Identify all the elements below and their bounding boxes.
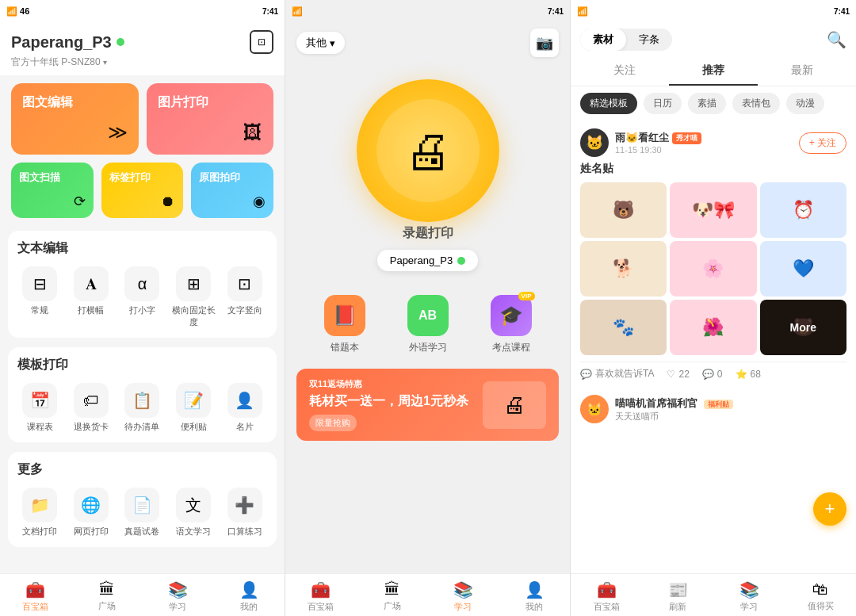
chip-template[interactable]: 精选模板 [580,93,637,114]
business-card-icon: 👤 [227,383,262,418]
camera-scan-button[interactable]: 📷 [530,29,559,57]
right-nav-discover[interactable]: 🛍 值得买 [785,574,856,616]
img-scan-icon: ⟳ [74,193,86,210]
tab-recommend[interactable]: 推荐 [669,57,758,86]
right-nav-learn[interactable]: 📚 学习 [713,574,785,616]
wrong-book-item[interactable]: 📕 错题本 [309,295,380,354]
right-signal: 📶 [577,6,588,17]
action-like[interactable]: ♡ 22 [667,367,689,381]
secondary-actions-grid: 图文扫描 ⟳ 标签打印 ⏺ 原图拍印 ◉ [0,163,285,226]
text-horizontal[interactable]: 𝐀 打横幅 [69,266,114,328]
right-panel: 📶 7:41 素材 字条 🔍 关注 推荐 最新 精选模板 日历 素描 表情包 动… [571,0,856,616]
exam-points-item[interactable]: 🎓 VIP 考点课程 [476,295,546,354]
img-edit-card[interactable]: 图文编辑 ≫ [11,83,139,155]
right-learn-icon: 📚 [739,580,759,599]
printer-circle[interactable]: 🖨 [357,79,499,222]
left-time: 7:41 [262,7,278,16]
text-fixed-len[interactable]: ⊞ 横向固定长度 [171,266,216,328]
sticker-4[interactable]: 🐕 [580,241,667,297]
more-icons-grid: 📁 文档打印 🌐 网页打印 📄 真题试卷 文 语文学习 ➕ 口算练习 [17,488,267,538]
sticker-2[interactable]: 🐶🎀 [670,182,756,238]
other-button[interactable]: 其他 ▾ [296,32,345,54]
right-toolbox-icon: 🧰 [597,580,617,599]
web-print-item[interactable]: 🌐 网页打印 [69,488,114,538]
tab-follow[interactable]: 关注 [580,57,669,86]
tab-zibar[interactable]: 字条 [626,29,672,51]
tab-material[interactable]: 素材 [580,29,626,51]
orig-photo-card[interactable]: 原图拍印 ◉ [191,163,273,218]
search-button[interactable]: 🔍 [827,30,846,49]
action-star[interactable]: ⭐ 68 [736,367,761,381]
nav-plaza[interactable]: 🏛 广场 [71,574,143,616]
text-icons-grid: ⊟ 常规 𝐀 打横幅 α 打小字 ⊞ 横向固定长度 ⊡ 文字竖向 [17,266,267,328]
sticky-icon: 📝 [176,383,211,418]
text-normal[interactable]: ⊟ 常规 [17,266,63,328]
more-section-title: 更多 [17,461,267,478]
mid-nav-learn[interactable]: 📚 学习 [428,574,499,616]
action-comment[interactable]: 💬 0 [702,367,723,381]
mid-mine-icon: 👤 [525,580,545,599]
post-actions: 💬 喜欢就告诉TA ♡ 22 💬 0 ⭐ 68 [580,362,846,387]
tab-latest[interactable]: 最新 [758,57,846,86]
sticker-6[interactable]: 💙 [760,241,846,297]
todo-item[interactable]: 📋 待办清单 [120,383,165,433]
main-actions-grid: 图文编辑 ≫ 图片打印 🖼 [0,75,285,163]
action-share[interactable]: 💬 喜欢就告诉TA [580,367,654,381]
post-card: 🐱 雨🐱看红尘 秀才喵 11-15 19:30 + 关注 姓名贴 🐻 🐶🎀 ⏰ … [571,121,856,387]
return-card-item[interactable]: 🏷 退换货卡 [69,383,114,433]
right-nav-new[interactable]: 📰 刷新 [642,574,713,616]
mid-status-bar: 📶 7:41 [285,0,570,22]
nav-learn[interactable]: 📚 学习 [143,574,214,616]
orig-photo-icon: ◉ [253,193,266,210]
nav-toolbox[interactable]: 🧰 百宝箱 [0,574,71,616]
text-vertical[interactable]: ⊡ 文字竖向 [222,266,267,328]
chip-calendar[interactable]: 日历 [644,93,682,114]
img-print-card[interactable]: 图片打印 🖼 [147,83,274,155]
left-header: Paperang_P3 ⊡ 官方十年纸 P-SNZ80 ▾ [0,22,285,75]
next-post-preview: 🐱 喵喵机首席福利官 福利贴 天天送喵币 [571,387,856,423]
schedule-item[interactable]: 📅 课程表 [17,383,63,433]
sticker-8[interactable]: 🌺 [670,300,756,355]
sticker-7[interactable]: 🐾 [580,300,667,355]
nav-mine[interactable]: 👤 我的 [213,574,285,616]
exam-paper-item[interactable]: 📄 真题试卷 [120,488,165,538]
post-time: 11-15 19:30 [615,145,793,155]
mid-nav-plaza[interactable]: 🏛 广场 [357,574,428,616]
chinese-item[interactable]: 文 语文学习 [171,488,216,538]
next-post-desc: 天天送喵币 [615,411,733,423]
mid-nav-toolbox[interactable]: 🧰 百宝箱 [285,574,357,616]
follow-tabs: 关注 推荐 最新 [571,57,856,86]
mid-nav-mine[interactable]: 👤 我的 [499,574,570,616]
material-tab-group: 素材 字条 [580,29,672,51]
mid-banner[interactable]: 双11返场特惠 耗材买一送一，周边1元秒杀 限量抢购 🖨 [296,369,559,441]
chip-emoji[interactable]: 表情包 [732,93,780,114]
label-print-label: 标签打印 [109,170,176,185]
text-small[interactable]: α 打小字 [120,266,165,328]
chip-animation[interactable]: 动漫 [786,93,824,114]
sticker-5[interactable]: 🌸 [670,241,756,297]
doc-print-item[interactable]: 📁 文档打印 [17,488,63,538]
category-chips: 精选模板 日历 素描 表情包 动漫 [571,86,856,121]
right-nav-toolbox[interactable]: 🧰 百宝箱 [571,574,642,616]
sticker-more[interactable]: More 🐻 [760,300,846,355]
chip-sketch[interactable]: 素描 [688,93,726,114]
fab-button[interactable]: + [813,492,846,526]
template-icons-grid: 📅 课程表 🏷 退换货卡 📋 待办清单 📝 便利贴 👤 名片 [17,383,267,433]
web-print-icon: 🌐 [74,488,109,522]
middle-panel: 📶 7:41 其他 ▾ 📷 🖨 录题打印 Paperang_P3 📕 错 [285,0,571,616]
oral-item[interactable]: ➕ 口算练习 [222,488,267,538]
scan-button[interactable]: ⊡ [250,30,273,54]
foreign-lang-item[interactable]: AB 外语学习 [392,295,463,354]
chevron-down-icon: ▾ [330,37,335,49]
label-print-card[interactable]: 标签打印 ⏺ [101,163,184,218]
right-bottom-nav: 🧰 百宝箱 📰 刷新 📚 学习 🛍 值得买 [571,573,856,616]
printer-online-dot [457,257,465,265]
sticker-1[interactable]: 🐻 [580,182,667,238]
left-status-bar: 📶 46 7:41 [0,0,285,22]
todo-icon: 📋 [124,383,159,418]
follow-button[interactable]: + 关注 [799,132,846,154]
sticky-item[interactable]: 📝 便利贴 [171,383,216,433]
sticker-3[interactable]: ⏰ [760,182,846,238]
img-scan-card[interactable]: 图文扫描 ⟳ [11,163,94,218]
business-card-item[interactable]: 👤 名片 [222,383,267,433]
